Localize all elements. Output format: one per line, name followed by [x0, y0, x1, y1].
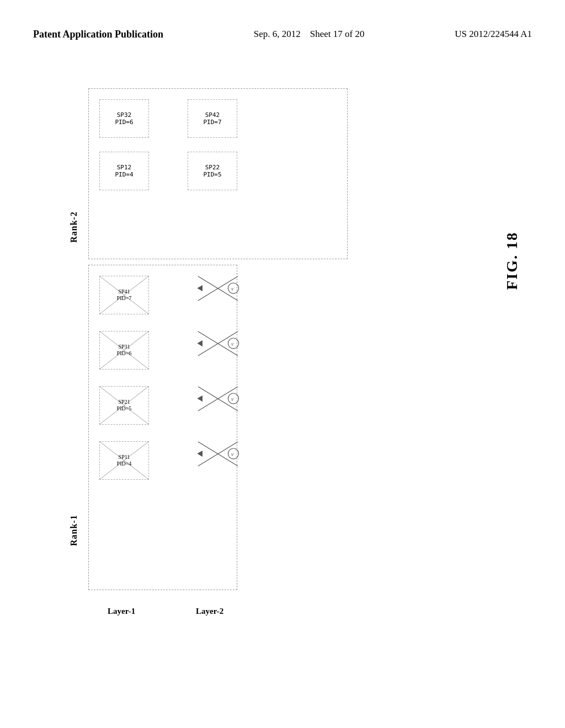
acv4-symbol: v [188, 433, 248, 474]
svg-text:v: v [231, 340, 234, 346]
page-header: Patent Application Publication Sep. 6, 2… [0, 28, 565, 41]
sp11-box: SP11PID=4 [99, 441, 149, 480]
publication-date: Sep. 6, 2012 [254, 29, 301, 39]
svg-text:v: v [231, 451, 234, 457]
acv1-symbol: v [188, 267, 248, 309]
sp31-box: SP31PID=6 [99, 331, 149, 370]
svg-text:v: v [231, 285, 234, 291]
diagram-area: FIG. 18 Rank-2 Rank-1 SP32 PID=6 SP12 PI… [33, 77, 532, 695]
sp41-box: SP41PID=7 [99, 276, 149, 314]
publication-title: Patent Application Publication [33, 28, 163, 41]
sp12-box: SP12 PID=4 [99, 152, 149, 190]
acv3-symbol: v [188, 378, 248, 419]
sheet-info: Sep. 6, 2012 Sheet 17 of 20 [254, 28, 365, 41]
svg-text:v: v [231, 395, 234, 402]
svg-marker-20 [197, 395, 202, 402]
layer1-label: Layer-1 [108, 607, 135, 616]
sp32-box: SP32 PID=6 [99, 99, 149, 138]
svg-marker-25 [197, 451, 202, 457]
publication-title-text: Patent Application Publication [33, 29, 163, 40]
acv2-symbol: v [188, 323, 248, 364]
rank2-label: Rank-2 [69, 110, 79, 243]
sp42-box: SP42 PID=7 [188, 99, 237, 138]
rank1-label: Rank-1 [69, 309, 79, 546]
patent-number-text: US 2012/224544 A1 [455, 29, 532, 39]
svg-marker-10 [197, 285, 202, 291]
sp21-box: SP21PID=5 [99, 386, 149, 425]
layer2-label: Layer-2 [196, 607, 223, 616]
sp22-box: SP22 PID=5 [188, 152, 237, 190]
svg-marker-15 [197, 340, 202, 346]
sheet-number: Sheet 17 of 20 [310, 29, 365, 39]
patent-number: US 2012/224544 A1 [455, 28, 532, 41]
figure-label: FIG. 18 [503, 232, 521, 290]
